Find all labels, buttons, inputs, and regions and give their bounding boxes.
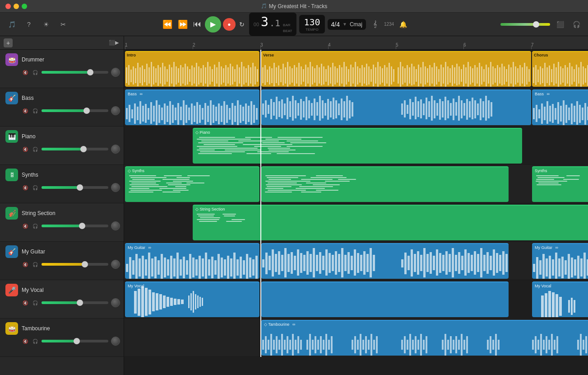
clip-piano[interactable]: ◇ Piano	[193, 128, 522, 164]
record-button[interactable]: ●	[223, 18, 236, 31]
help-button[interactable]: ?	[23, 18, 35, 31]
clip-bass-verse[interactable]	[261, 89, 531, 125]
svg-rect-408	[329, 253, 331, 273]
clip-synths-verse[interactable]	[261, 166, 509, 202]
track-item-piano[interactable]: 🎹 Piano 🔇 🎧	[0, 127, 124, 165]
clip-drummer-intro[interactable]: Intro	[125, 51, 259, 87]
fader-vocal[interactable]	[42, 301, 108, 304]
svg-rect-43	[223, 68, 224, 83]
svg-rect-60	[264, 65, 266, 85]
svg-rect-89	[330, 67, 331, 84]
track-item-strings[interactable]: 🎻 String Section 🔇 🎧	[0, 203, 124, 242]
svg-rect-197	[578, 67, 579, 84]
goto-start-button[interactable]: ⏮	[191, 18, 203, 31]
clip-strings[interactable]: ◇ String Section	[193, 205, 588, 240]
svg-rect-377	[227, 256, 229, 279]
clip-vocal-chorus[interactable]: My Vocal	[532, 281, 588, 317]
clip-bass-intro[interactable]: Bass ∞	[125, 89, 259, 125]
track-item-vocal[interactable]: 🎤 My Vocal 🔇 🎧	[0, 280, 124, 319]
clip-vocal-intro[interactable]: My Vocal	[125, 281, 259, 317]
svg-rect-294	[417, 101, 419, 117]
clip-guitar-intro[interactable]: My Guitar ∞	[125, 243, 259, 279]
clip-synths-intro[interactable]: ◇ Synths	[125, 166, 259, 202]
tempo-display[interactable]: 130 TEMPO	[299, 15, 324, 33]
maximize-button[interactable]	[22, 4, 27, 9]
clip-drummer-chorus[interactable]: Chorus	[532, 51, 588, 87]
svg-rect-59	[262, 67, 264, 83]
solo-vocal[interactable]: 🎧	[32, 299, 39, 306]
clip-guitar-verse[interactable]	[261, 243, 509, 279]
clip-bass-chorus[interactable]: Bass ∞	[532, 89, 588, 125]
clip-synths-chorus[interactable]: Synths	[532, 166, 588, 202]
svg-rect-79	[307, 67, 309, 84]
fader-guitar[interactable]	[42, 263, 108, 266]
svg-rect-30	[194, 67, 195, 84]
solo-drummer[interactable]: 🎧	[32, 69, 39, 76]
solo-guitar[interactable]: 🎧	[32, 261, 39, 268]
fader-bass[interactable]	[42, 109, 108, 112]
svg-rect-445	[471, 255, 473, 271]
track-item-tambourine[interactable]: 🥁 Tambourine 🔇 🎧	[0, 319, 124, 357]
play-button[interactable]: ▶	[205, 16, 221, 33]
time-sig-display[interactable]: 4/4 ▼ Cmaj	[328, 19, 366, 30]
mute-strings[interactable]: 🔇	[22, 222, 29, 230]
fader-piano[interactable]	[42, 148, 108, 150]
sidebar-options-button[interactable]: ⬛▶	[107, 37, 120, 49]
mute-tambourine[interactable]: 🔇	[22, 338, 29, 345]
tuner-button[interactable]: 𝄞	[369, 18, 381, 31]
clip-vocal-verse[interactable]	[261, 281, 509, 317]
master-volume-slider[interactable]	[500, 23, 550, 26]
position-display[interactable]: 00 3 .1 BAR BEAT	[249, 13, 297, 36]
mute-guitar[interactable]: 🔇	[22, 261, 29, 268]
track-item-synths[interactable]: 🎛 Synths 🔇 🎧	[0, 165, 124, 203]
svg-rect-274	[316, 102, 318, 116]
fader-tambourine[interactable]	[42, 340, 108, 342]
track-item-drummer[interactable]: 🥁 Drummer 🔇 🎧	[0, 50, 124, 88]
tracks-scroll[interactable]: Intro	[124, 50, 588, 375]
pan-vocal[interactable]	[111, 298, 120, 307]
solo-tambourine[interactable]: 🎧	[32, 338, 39, 345]
pan-drummer[interactable]	[111, 68, 120, 77]
headphones-button[interactable]: 🎧	[570, 18, 583, 31]
metronome-button[interactable]: 🔔	[397, 18, 409, 31]
mute-vocal[interactable]: 🔇	[22, 299, 29, 306]
pan-bass[interactable]	[111, 106, 120, 115]
add-track-button[interactable]: +	[4, 38, 13, 47]
display-button[interactable]: ⬛	[554, 18, 566, 31]
fast-forward-button[interactable]: ⏩	[176, 18, 190, 31]
track-item-guitar[interactable]: 🎸 My Guitar 🔇 🎧	[0, 242, 124, 280]
clip-tambourine[interactable]: ◇ Tambourine ∞	[261, 320, 588, 356]
pan-guitar[interactable]	[111, 260, 120, 269]
svg-rect-262	[284, 103, 286, 115]
track-name-tambourine: Tambourine	[22, 325, 50, 332]
solo-bass[interactable]: 🎧	[32, 107, 39, 114]
rewind-button[interactable]: ⏪	[161, 18, 174, 31]
clip-drummer-verse[interactable]: Verse	[261, 51, 531, 87]
solo-strings[interactable]: 🎧	[32, 222, 39, 230]
clip-guitar-chorus[interactable]: My Guitar ∞	[532, 243, 588, 279]
solo-synths[interactable]: 🎧	[32, 184, 39, 191]
svg-rect-425	[407, 256, 410, 270]
scissors-button[interactable]: ✂	[57, 18, 69, 31]
pan-tambourine[interactable]	[111, 337, 120, 346]
solo-piano[interactable]: 🎧	[32, 145, 39, 153]
library-button[interactable]: 🎵	[5, 18, 18, 31]
cycle-button[interactable]: ↻	[237, 19, 246, 30]
svg-rect-88	[328, 66, 329, 85]
track-item-bass[interactable]: 🎸 Bass 🔇 🎧	[0, 88, 124, 127]
fader-strings[interactable]	[42, 225, 108, 227]
pan-synths[interactable]	[111, 183, 120, 192]
smart-controls-button[interactable]: ☀	[40, 18, 52, 31]
fader-synths[interactable]	[42, 186, 108, 189]
close-button[interactable]	[5, 4, 11, 9]
mute-synths[interactable]: 🔇	[22, 184, 29, 191]
mute-bass[interactable]: 🔇	[22, 107, 29, 114]
fader-drummer[interactable]	[42, 71, 108, 74]
pan-strings[interactable]	[111, 221, 120, 230]
minimize-button[interactable]	[14, 4, 19, 9]
svg-rect-386	[255, 256, 258, 279]
mute-drummer[interactable]: 🔇	[22, 69, 29, 76]
pan-piano[interactable]	[111, 145, 120, 154]
svg-rect-461	[546, 258, 548, 277]
mute-piano[interactable]: 🔇	[22, 145, 29, 153]
